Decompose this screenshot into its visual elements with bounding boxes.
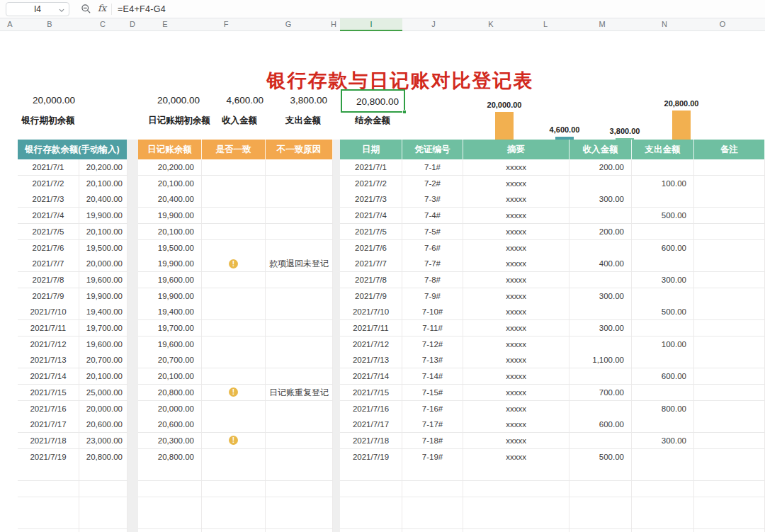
bank-date-cell[interactable]: 2021/7/8 bbox=[18, 272, 79, 288]
bank-date-cell[interactable]: 2021/7/2 bbox=[18, 176, 79, 192]
mismatch-reason-cell[interactable] bbox=[266, 497, 333, 514]
income-amount-cell[interactable]: 700.00 bbox=[570, 385, 632, 401]
income-amount-cell[interactable] bbox=[570, 401, 632, 417]
income-amount-cell[interactable]: 200.00 bbox=[570, 159, 632, 176]
bank-date-cell[interactable]: 2021/7/10 bbox=[18, 304, 79, 320]
mismatch-reason-cell[interactable] bbox=[266, 159, 333, 176]
journal-date-cell[interactable]: 2021/7/10 bbox=[340, 304, 402, 320]
journal-header-0[interactable]: 日期 bbox=[340, 140, 402, 159]
note-cell[interactable] bbox=[694, 368, 765, 385]
mismatch-reason-cell[interactable] bbox=[266, 288, 333, 305]
summary-label[interactable]: 结余金额 bbox=[344, 115, 401, 126]
journal-header-1[interactable]: 凭证编号 bbox=[402, 140, 463, 159]
bank-balance-cell[interactable]: 25,000.00 bbox=[79, 385, 128, 401]
column-header-N[interactable]: N bbox=[662, 20, 667, 28]
bank-balance-cell[interactable] bbox=[79, 481, 128, 497]
bank-date-cell[interactable]: 2021/7/7 bbox=[18, 256, 79, 272]
note-cell[interactable] bbox=[694, 224, 765, 240]
expense-amount-cell[interactable] bbox=[632, 417, 694, 433]
summary-text-cell[interactable]: xxxxx bbox=[463, 368, 570, 385]
summary-label[interactable]: 日记账期初余额 bbox=[137, 115, 222, 126]
formula-bar-input[interactable]: =E4+F4-G4 bbox=[118, 4, 166, 14]
expense-amount-cell[interactable] bbox=[632, 513, 694, 529]
expense-amount-cell[interactable] bbox=[632, 529, 694, 532]
bank-balance-cell[interactable]: 20,400.00 bbox=[79, 191, 128, 208]
expense-amount-cell[interactable] bbox=[632, 449, 694, 465]
column-header-O[interactable]: O bbox=[720, 20, 726, 28]
match-status-cell[interactable] bbox=[202, 208, 266, 224]
journal-date-cell[interactable]: 2021/7/19 bbox=[340, 449, 402, 465]
journal-header-2[interactable]: 摘要 bbox=[463, 140, 570, 159]
bank-date-cell[interactable]: 2021/7/19 bbox=[18, 449, 79, 465]
expense-amount-cell[interactable]: 500.00 bbox=[632, 304, 694, 320]
income-amount-cell[interactable]: 1,100.00 bbox=[570, 352, 632, 368]
bank-balance-cell[interactable]: 19,400.00 bbox=[79, 304, 128, 320]
income-amount-cell[interactable]: 300.00 bbox=[570, 191, 632, 208]
summary-label[interactable]: 支出金额 bbox=[275, 115, 332, 126]
expense-amount-cell[interactable] bbox=[632, 224, 694, 240]
match-status-cell[interactable] bbox=[202, 320, 266, 336]
summary-text-cell[interactable]: xxxxx bbox=[463, 224, 570, 240]
match-status-cell[interactable] bbox=[202, 159, 266, 176]
summary-text-cell[interactable]: xxxxx bbox=[463, 272, 570, 288]
voucher-number-cell[interactable]: 7-18# bbox=[402, 433, 463, 449]
journal-date-cell[interactable]: 2021/7/4 bbox=[340, 208, 402, 224]
bank-balance-cell[interactable] bbox=[79, 465, 128, 481]
note-cell[interactable] bbox=[694, 497, 765, 514]
bank-balance-cell[interactable] bbox=[79, 497, 128, 514]
journal-date-cell[interactable]: 2021/7/8 bbox=[340, 272, 402, 288]
voucher-number-cell[interactable]: 7-9# bbox=[402, 288, 463, 305]
mismatch-reason-cell[interactable]: 款项退回未登记 bbox=[266, 256, 333, 272]
match-status-cell[interactable]: ! bbox=[202, 256, 266, 272]
journal-balance-cell[interactable]: 19,700.00 bbox=[138, 320, 202, 336]
bank-date-cell[interactable] bbox=[18, 513, 79, 529]
bank-balance-cell[interactable] bbox=[79, 529, 128, 532]
match-status-cell[interactable] bbox=[202, 176, 266, 192]
expense-amount-cell[interactable]: 100.00 bbox=[632, 176, 694, 192]
note-cell[interactable] bbox=[694, 240, 765, 256]
bank-date-cell[interactable]: 2021/7/6 bbox=[18, 240, 79, 256]
column-header-C[interactable]: C bbox=[100, 20, 106, 28]
mismatch-reason-cell[interactable] bbox=[266, 191, 333, 208]
income-amount-cell[interactable] bbox=[570, 208, 632, 224]
journal-date-cell[interactable]: 2021/7/15 bbox=[340, 385, 402, 401]
fx-icon[interactable]: fx bbox=[98, 3, 106, 13]
mismatch-reason-cell[interactable] bbox=[266, 240, 333, 256]
note-cell[interactable] bbox=[694, 272, 765, 288]
bank-date-cell[interactable]: 2021/7/14 bbox=[18, 368, 79, 385]
bank-date-cell[interactable]: 2021/7/12 bbox=[18, 336, 79, 353]
mismatch-reason-cell[interactable] bbox=[266, 513, 333, 529]
column-header-A[interactable]: A bbox=[7, 20, 12, 28]
journal-balance-cell[interactable] bbox=[138, 481, 202, 497]
note-cell[interactable] bbox=[694, 433, 765, 449]
voucher-number-cell[interactable]: 7-11# bbox=[402, 320, 463, 336]
income-amount-cell[interactable] bbox=[570, 529, 632, 532]
bank-balance-cell[interactable]: 20,000.00 bbox=[79, 401, 128, 417]
note-cell[interactable] bbox=[694, 336, 765, 353]
mismatch-reason-cell[interactable] bbox=[266, 336, 333, 353]
income-amount-cell[interactable]: 300.00 bbox=[570, 320, 632, 336]
note-cell[interactable] bbox=[694, 159, 765, 176]
summary-value-cell[interactable]: 4,600.00 bbox=[207, 94, 264, 107]
note-cell[interactable] bbox=[694, 529, 765, 532]
bank-date-cell[interactable]: 2021/7/15 bbox=[18, 385, 79, 401]
journal-header-5[interactable]: 备注 bbox=[694, 140, 765, 159]
summary-text-cell[interactable] bbox=[463, 497, 570, 514]
bank-balance-cell[interactable]: 20,700.00 bbox=[79, 352, 128, 368]
expense-amount-cell[interactable]: 600.00 bbox=[632, 240, 694, 256]
bank-balance-cell[interactable]: 19,500.00 bbox=[79, 240, 128, 256]
column-header-D[interactable]: D bbox=[130, 20, 135, 28]
bank-balance-cell[interactable]: 19,700.00 bbox=[79, 320, 128, 336]
journal-date-cell[interactable]: 2021/7/13 bbox=[340, 352, 402, 368]
summary-text-cell[interactable]: xxxxx bbox=[463, 191, 570, 208]
note-cell[interactable] bbox=[694, 465, 765, 481]
match-status-cell[interactable] bbox=[202, 401, 266, 417]
summary-text-cell[interactable]: xxxxx bbox=[463, 352, 570, 368]
note-cell[interactable] bbox=[694, 385, 765, 401]
journal-balance-cell[interactable]: 20,000.00 bbox=[138, 401, 202, 417]
mismatch-reason-cell[interactable] bbox=[266, 320, 333, 336]
journal-balance-cell[interactable]: 19,600.00 bbox=[138, 336, 202, 353]
voucher-number-cell[interactable]: 7-19# bbox=[402, 449, 463, 465]
journal-date-cell[interactable] bbox=[340, 465, 402, 481]
journal-date-cell[interactable]: 2021/7/16 bbox=[340, 401, 402, 417]
